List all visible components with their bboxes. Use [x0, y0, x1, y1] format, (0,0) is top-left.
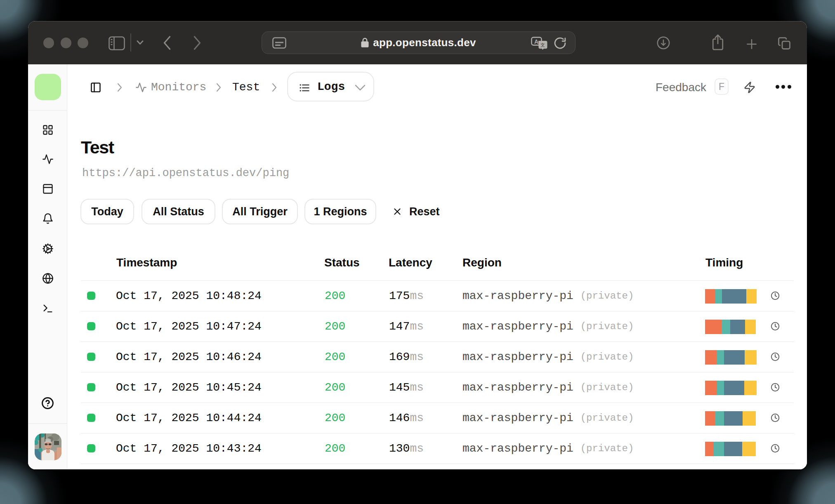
svg-text:文: 文 — [540, 42, 545, 47]
svg-text:A: A — [534, 38, 538, 45]
